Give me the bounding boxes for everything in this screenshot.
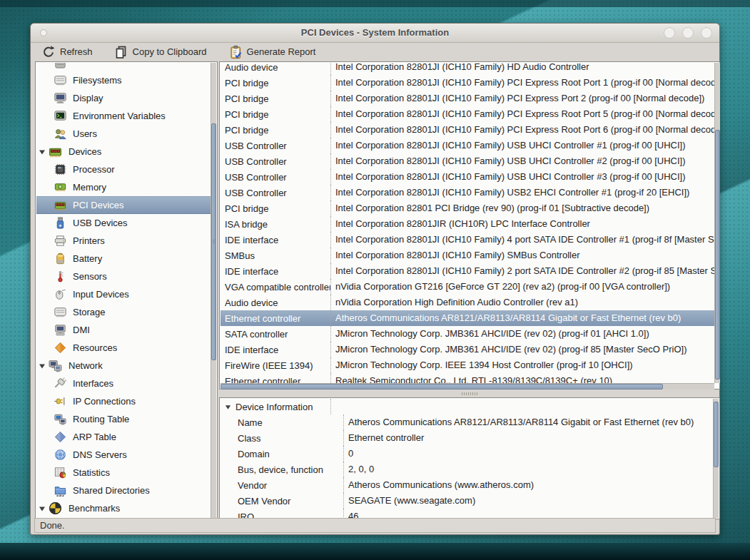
table-row[interactable]: Audio deviceIntel Corporation 82801JI (I… [221,63,714,75]
sidebar-item-devices[interactable]: Devices [36,143,211,161]
table-row[interactable]: USB ControllerIntel Corporation 82801JI … [221,185,714,200]
report-label: Generate Report [247,46,316,57]
sidebar-item-arp-table[interactable]: ARP Table [36,428,211,446]
sidebar-item-users[interactable]: Users [36,125,211,143]
minimize-button[interactable] [664,27,675,39]
info-row[interactable]: NameAtheros Communications AR8121/AR8113… [221,414,712,430]
expander-icon[interactable] [39,148,46,156]
sidebar-item-resources[interactable]: Resources [36,339,211,357]
info-value: SEAGATE (www.seagate.com) [343,493,712,509]
table-row[interactable]: IDE interfaceIntel Corporation 82801JI (… [221,232,714,248]
sidebar-item-filesystems[interactable]: Filesystems [36,71,211,89]
table-row[interactable]: SMBusIntel Corporation 82801JI (ICH10 Fa… [221,248,714,263]
sidebar-item-sensors[interactable]: Sensors [36,268,211,285]
info-row[interactable]: Domain0 [221,446,712,462]
table-row[interactable]: IDE interfaceJMicron Technology Corp. JM… [221,342,714,357]
table-row[interactable]: PCI bridgeIntel Corporation 82801JI (ICH… [221,91,714,106]
sidebar-item-partial[interactable] [36,63,211,71]
sidebar-item-storage[interactable]: Storage [36,303,211,321]
usb-devices-icon [54,216,67,230]
sidebar-item-ip-connections[interactable]: IP Connections [36,392,211,410]
expander-icon[interactable] [39,505,46,512]
table-vertical-scrollbar[interactable] [714,63,720,383]
table-row[interactable]: Ethernet controllerRealtek Semiconductor… [221,373,714,383]
sidebar-item-statistics[interactable]: Statistics [36,464,211,482]
table-row[interactable]: USB ControllerIntel Corporation 82801JI … [221,169,714,185]
info-vertical-scrollbar[interactable] [713,399,719,518]
sidebar-item-processor[interactable]: Processor [36,161,211,178]
info-vertical-scrollbar-thumb[interactable] [714,402,719,467]
info-label: Domain [221,449,343,459]
window-controls [664,27,712,39]
sidebar-item-display[interactable]: Display [36,89,211,107]
sidebar-item-pci-devices[interactable]: PCI Devices [36,196,211,214]
device-class-cell: PCI bridge [221,125,330,136]
collapse-expander-icon[interactable] [225,404,231,410]
device-class-cell: USB Controller [221,188,330,198]
table-row[interactable]: FireWire (IEEE 1394)JMicron Technology C… [221,357,714,373]
device-class-cell: FireWire (IEEE 1394) [221,360,330,371]
table-vertical-scrollbar-thumb[interactable] [715,130,720,380]
sidebar-item-dns-servers[interactable]: DNS Servers [36,446,211,464]
sidebar-item-benchmarks[interactable]: Benchmarks [36,499,211,517]
device-info-header-row[interactable]: Device Information [221,399,712,414]
sidebar-item-routing-table[interactable]: Routing Table [36,410,211,428]
device-description-cell: Intel Corporation 82801JI (ICH10 Family)… [330,153,714,169]
close-button[interactable] [701,27,712,39]
toolbar: Refresh Copy to Clipboard Generate Repor… [31,42,719,61]
table-row[interactable]: PCI bridgeIntel Corporation 82801JI (ICH… [221,75,714,91]
device-description-cell: Intel Corporation 82801JI (ICH10 Family)… [330,106,714,122]
sidebar-tree-viewport: FilesystemsDisplayEnvironment VariablesU… [36,63,211,518]
sidebar-item-memory[interactable]: Memory [36,178,211,196]
table-row[interactable]: USB ControllerIntel Corporation 82801JI … [221,153,714,169]
table-row[interactable]: SATA controllerJMicron Technology Corp. … [221,326,714,342]
table-row[interactable]: ISA bridgeIntel Corporation 82801JIR (IC… [221,216,714,232]
sidebar-item-label: Benchmarks [69,503,120,514]
table-row[interactable]: PCI bridgeIntel Corporation 82801 PCI Br… [221,200,714,216]
table-row[interactable]: IDE interfaceIntel Corporation 82801JI (… [221,263,714,279]
device-class-cell: PCI bridge [221,109,330,120]
sidebar-item-shared-directories[interactable]: Shared Directories [36,482,211,499]
table-row[interactable]: VGA compatible controllernVidia Corporat… [221,279,714,295]
info-row[interactable]: ClassEthernet controller [221,430,712,446]
info-value: 46 [343,509,712,518]
refresh-icon [41,45,56,59]
sidebar-item-network[interactable]: Network [36,357,211,375]
copy-to-clipboard-button[interactable]: Copy to Clipboard [112,44,209,61]
titlebar[interactable]: PCI Devices - System Information [31,24,719,43]
sidebar-item-dmi[interactable]: DMI [36,321,211,339]
maximize-button[interactable] [682,27,694,39]
table-horizontal-scrollbar-thumb[interactable] [221,384,663,390]
expander-icon[interactable] [39,362,46,370]
refresh-button[interactable]: Refresh [39,44,95,61]
table-row[interactable]: USB ControllerIntel Corporation 82801JI … [221,138,714,153]
sidebar-item-input-devices[interactable]: Input Devices [36,285,211,303]
sidebar-scrollbar-thumb[interactable] [211,123,216,360]
device-info-rows: NameAtheros Communications AR8121/AR8113… [221,414,712,518]
table-row[interactable]: PCI bridgeIntel Corporation 82801JI (ICH… [221,106,714,122]
device-class-cell: USB Controller [221,156,330,167]
info-row[interactable]: OEM VendorSEAGATE (www.seagate.com) [221,493,712,509]
sidebar-item-interfaces[interactable]: Interfaces [36,375,211,392]
device-info-panel: Device Information NameAtheros Communica… [219,397,720,519]
info-row[interactable]: Bus, device, function2, 0, 0 [221,462,712,477]
sidebar-item-printers[interactable]: Printers [36,232,211,250]
splitter-handle[interactable] [219,390,720,397]
sidebar-item-usb-devices[interactable]: USB Devices [36,214,211,232]
table-row[interactable]: Ethernet controllerAtheros Communication… [221,310,714,326]
device-description-cell: Intel Corporation 82801JI (ICH10 Family)… [330,75,714,91]
sidebar-item-label: ARP Table [73,432,116,442]
device-class-cell: IDE interface [221,235,330,245]
device-description-cell: Intel Corporation 82801JI (ICH10 Family)… [330,91,714,106]
arp-table-icon [54,430,67,444]
table-row[interactable]: Audio devicenVidia Corporation High Defi… [221,295,714,310]
sidebar-item-environment-variables[interactable]: Environment Variables [36,107,211,125]
sidebar-item-battery[interactable]: Battery [36,250,211,268]
sidebar-item-label: Network [69,360,103,371]
table-row[interactable]: PCI bridgeIntel Corporation 82801JI (ICH… [221,122,714,138]
info-row[interactable]: VendorAtheros Communications (www.athero… [221,477,712,493]
sidebar-scrollbar[interactable] [211,63,216,518]
generate-report-button[interactable]: Generate Report [226,44,318,61]
table-horizontal-scrollbar[interactable] [221,383,714,390]
info-row[interactable]: IRQ46 [221,509,712,518]
